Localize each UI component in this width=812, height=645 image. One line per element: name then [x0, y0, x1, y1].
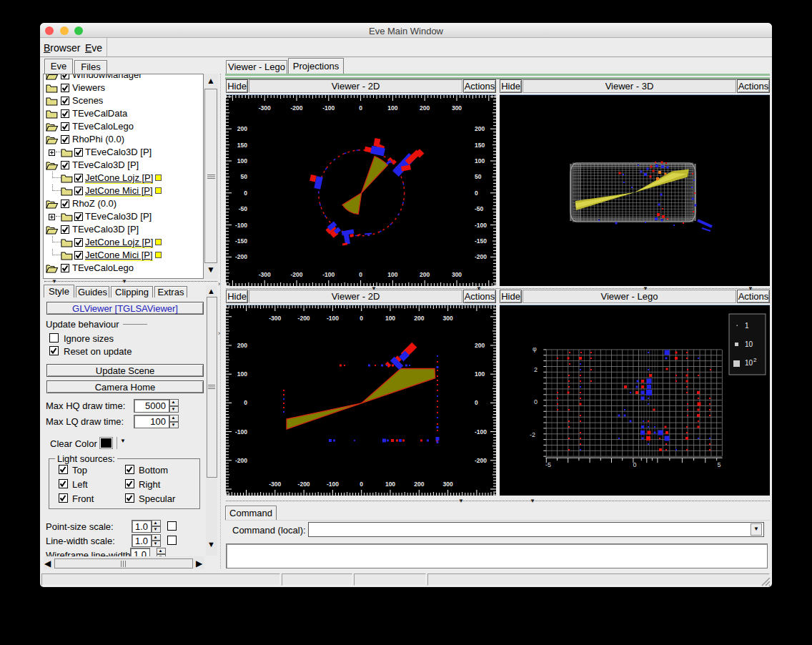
svg-text:-200: -200: [290, 104, 302, 112]
svg-text:2: 2: [753, 357, 757, 363]
svg-text:0: 0: [244, 189, 247, 197]
svg-text:-300: -300: [259, 104, 271, 112]
svg-text:-200: -200: [298, 315, 310, 322]
svg-text:-200: -200: [235, 457, 247, 464]
svg-text:300: 300: [443, 481, 453, 488]
svg-text:-200: -200: [475, 457, 487, 464]
svg-text:300: 300: [452, 104, 462, 112]
svg-text:200: 200: [475, 125, 485, 132]
svg-text:200: 200: [237, 342, 247, 349]
svg-text:-300: -300: [269, 481, 281, 488]
svg-text:200: 200: [420, 271, 430, 278]
svg-text:200: 200: [475, 342, 485, 349]
svg-text:0: 0: [359, 104, 362, 112]
svg-text:-200: -200: [290, 271, 302, 278]
svg-text:-100: -100: [475, 428, 487, 435]
svg-text:-100: -100: [235, 222, 247, 229]
svg-text:100: 100: [385, 315, 395, 322]
svg-text:100: 100: [385, 481, 395, 488]
svg-text:200: 200: [237, 125, 247, 132]
svg-text:100: 100: [237, 370, 247, 378]
svg-text:100: 100: [387, 271, 397, 278]
svg-text:0: 0: [475, 189, 478, 197]
svg-text:-100: -100: [322, 104, 335, 112]
svg-text:100: 100: [237, 157, 247, 164]
svg-text:-300: -300: [259, 271, 271, 278]
svg-text:0: 0: [534, 398, 538, 405]
svg-text:100: 100: [475, 370, 485, 378]
svg-text:-100: -100: [322, 271, 335, 278]
svg-text:10: 10: [745, 340, 753, 348]
svg-text:2: 2: [534, 366, 538, 373]
svg-text:10: 10: [745, 359, 753, 367]
svg-text:0: 0: [360, 315, 363, 322]
svg-text:0: 0: [244, 399, 247, 406]
svg-text:-150: -150: [475, 237, 487, 245]
svg-text:-100: -100: [475, 222, 487, 229]
svg-text:0: 0: [475, 399, 478, 406]
svg-text:1: 1: [745, 322, 749, 330]
svg-text:150: 150: [237, 142, 247, 149]
svg-text:-200: -200: [298, 481, 310, 488]
svg-text:φ: φ: [533, 345, 537, 353]
svg-text:5: 5: [717, 461, 721, 468]
svg-text:-2: -2: [530, 431, 535, 438]
svg-text:200: 200: [414, 315, 424, 322]
svg-text:0: 0: [633, 461, 636, 468]
svg-text:0: 0: [360, 481, 363, 488]
svg-text:-50: -50: [239, 205, 248, 212]
svg-text:200: 200: [414, 481, 424, 488]
svg-text:100: 100: [475, 157, 485, 164]
svg-text:300: 300: [443, 315, 453, 322]
svg-text:-100: -100: [327, 481, 339, 488]
svg-text:300: 300: [452, 271, 462, 278]
svg-text:-150: -150: [235, 237, 247, 245]
svg-text:-50: -50: [475, 205, 484, 212]
svg-text:150: 150: [475, 142, 485, 149]
svg-text:50: 50: [475, 173, 482, 180]
svg-text:-200: -200: [235, 253, 247, 260]
svg-text:0: 0: [359, 271, 362, 278]
svg-text:200: 200: [420, 104, 430, 112]
svg-text:-100: -100: [327, 315, 339, 322]
svg-text:50: 50: [241, 173, 248, 180]
svg-text:-5: -5: [545, 461, 551, 468]
svg-text:-300: -300: [269, 315, 281, 322]
svg-text:-200: -200: [475, 253, 487, 260]
svg-text:100: 100: [387, 104, 397, 112]
svg-text:-100: -100: [235, 428, 247, 435]
